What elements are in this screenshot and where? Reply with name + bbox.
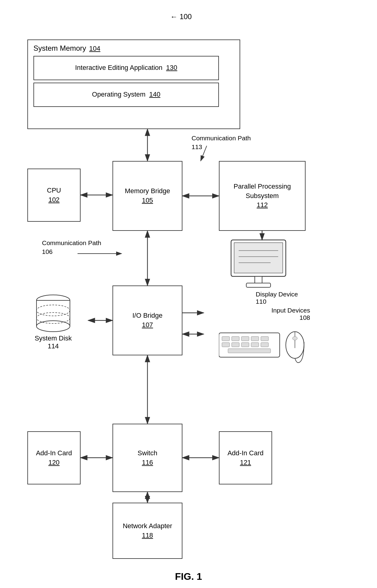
network-adapter-label: Network Adapter [123, 521, 172, 531]
diagram-ref-label: ← 100 [170, 12, 192, 22]
display-device-icon [228, 238, 289, 290]
system-memory-ref: 104 [89, 44, 100, 53]
svg-rect-14 [232, 337, 239, 341]
figure-label: FIG. 1 [140, 571, 237, 582]
add-in-card-120-label: Add-In Card [36, 449, 72, 458]
os-box: Operating System 140 [33, 83, 219, 107]
svg-rect-7 [255, 276, 262, 283]
svg-rect-16 [251, 337, 259, 341]
comm-path-113-label: Communication Path113 [192, 134, 251, 152]
switch-ref: 116 [142, 458, 153, 467]
switch-label: Switch [138, 449, 157, 458]
svg-rect-23 [228, 349, 271, 353]
svg-rect-22 [261, 343, 268, 347]
io-bridge-box: I/O Bridge 107 [112, 285, 182, 355]
svg-rect-20 [241, 343, 249, 347]
input-devices-area: Input Devices 108 [201, 307, 310, 368]
display-device-area: Display Device 110 [216, 238, 301, 314]
input-devices-label: Input Devices [272, 307, 310, 314]
cpu-ref: 102 [48, 195, 60, 205]
cpu-box: CPU 102 [27, 169, 81, 222]
add-in-card-121-label: Add-In Card [227, 449, 264, 458]
input-devices-ref: 108 [299, 314, 310, 321]
parallel-processing-label: Parallel Processing Subsystem [220, 182, 305, 201]
svg-rect-21 [251, 343, 259, 347]
svg-rect-19 [232, 343, 239, 347]
add-in-card-120-box: Add-In Card 120 [27, 431, 81, 484]
io-bridge-ref: 107 [142, 320, 153, 330]
parallel-processing-ref: 112 [257, 200, 268, 210]
memory-bridge-label: Memory Bridge [125, 186, 170, 196]
svg-point-26 [292, 337, 297, 340]
network-adapter-ref: 118 [142, 531, 153, 540]
network-adapter-box: Network Adapter 118 [112, 503, 182, 559]
system-memory-box: System Memory 104 Interactive Editing Ap… [27, 39, 240, 129]
svg-rect-18 [222, 343, 230, 347]
display-device-ref: 110 [256, 298, 266, 305]
memory-bridge-box: Memory Bridge 105 [112, 161, 182, 231]
os-ref: 140 [149, 90, 161, 99]
interactive-app-ref: 130 [166, 63, 177, 73]
svg-rect-6 [234, 243, 283, 273]
diagram-container: ← 100 System Memory 104 Interactive Edit… [0, 0, 377, 588]
switch-box: Switch 116 [112, 424, 182, 492]
input-devices-icon [219, 324, 310, 363]
parallel-processing-box: Parallel Processing Subsystem 112 [219, 161, 306, 231]
system-disk-area: System Disk 114 [18, 285, 88, 358]
interactive-app-box: Interactive Editing Application 130 [33, 56, 219, 80]
add-in-card-121-box: Add-In Card 121 [219, 431, 272, 484]
system-disk-icon [35, 294, 71, 333]
cpu-label: CPU [47, 186, 61, 195]
display-device-label: Display Device [256, 291, 298, 298]
svg-rect-15 [241, 337, 249, 341]
svg-point-2 [36, 321, 70, 332]
io-bridge-label: I/O Bridge [132, 311, 162, 320]
interactive-app-label: Interactive Editing Application [75, 63, 162, 73]
system-memory-label: System Memory [33, 43, 86, 53]
os-label: Operating System [92, 90, 146, 99]
svg-rect-13 [222, 337, 230, 341]
system-disk-ref: 114 [48, 342, 59, 350]
svg-rect-8 [246, 283, 271, 287]
svg-rect-17 [261, 337, 268, 341]
add-in-card-121-ref: 121 [240, 458, 251, 467]
memory-bridge-ref: 105 [142, 196, 153, 205]
system-disk-label: System Disk [35, 334, 72, 342]
comm-path-106-label: Communication Path106 [42, 238, 101, 256]
add-in-card-120-ref: 120 [48, 458, 60, 467]
